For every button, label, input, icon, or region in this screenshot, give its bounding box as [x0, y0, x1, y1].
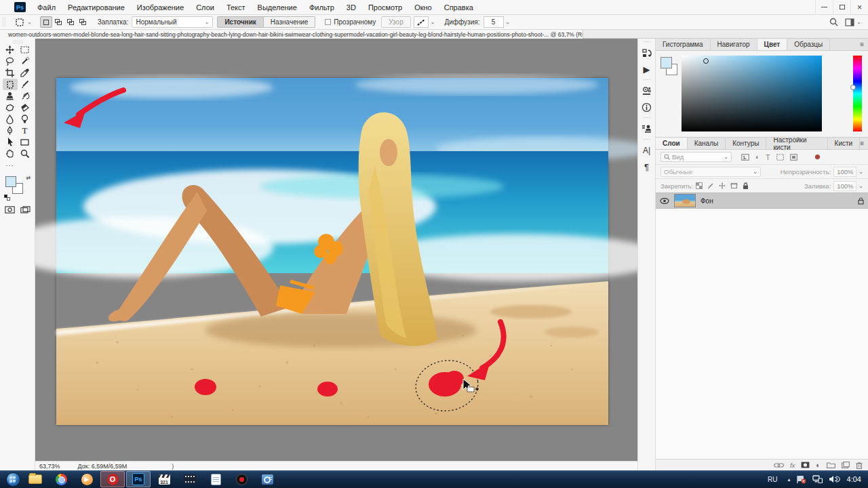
dock-grip[interactable]	[643, 117, 651, 119]
tool-brush[interactable]	[18, 79, 33, 90]
pattern-button[interactable]: Узор	[381, 16, 410, 28]
tray-expand-icon[interactable]: ▴	[788, 476, 791, 483]
start-button[interactable]	[4, 471, 22, 487]
lock-pixels-icon[interactable]	[707, 182, 714, 189]
tab-histogram[interactable]: Гистограмма	[656, 39, 711, 50]
taskbar-chrome-button[interactable]	[49, 471, 73, 487]
taskbar-opera-button[interactable]: O	[100, 471, 125, 487]
taskbar-clock[interactable]: 4:04	[847, 475, 861, 483]
menu-window[interactable]: Окно	[408, 0, 438, 15]
character-panel-icon[interactable]: A|	[639, 142, 655, 159]
menu-layers[interactable]: Слои	[190, 0, 220, 15]
tool-clone-stamp[interactable]	[3, 90, 18, 102]
filter-toggle-icon[interactable]	[815, 155, 820, 159]
swap-colors-icon[interactable]: ⇄	[26, 175, 31, 181]
delete-layer-icon[interactable]	[856, 462, 863, 469]
link-layers-icon[interactable]	[774, 462, 784, 468]
window-minimize-button[interactable]	[815, 0, 833, 15]
tool-move[interactable]	[3, 44, 18, 56]
tool-hand[interactable]	[3, 148, 18, 159]
tab-swatches[interactable]: Образцы	[787, 39, 830, 50]
foreground-color-swatch[interactable]	[5, 176, 16, 187]
paragraph-panel-icon[interactable]: ¶	[639, 159, 655, 175]
tools-grip[interactable]	[13, 40, 22, 43]
zoom-level[interactable]: 63,73%	[39, 463, 60, 470]
menu-3d[interactable]: 3D	[340, 0, 362, 15]
tool-type[interactable]: T	[18, 125, 33, 136]
panel-menu-icon[interactable]: ≡	[860, 41, 864, 48]
taskbar-system-tool-button[interactable]	[255, 471, 279, 487]
layer-thumbnail[interactable]	[674, 194, 696, 207]
filter-adjustment-layers-icon[interactable]: ◐	[755, 153, 760, 161]
info-panel-icon[interactable]	[639, 99, 655, 115]
opacity-value[interactable]: 100%	[833, 167, 856, 177]
tool-history-brush[interactable]	[18, 90, 33, 102]
blend-mode-select[interactable]: Обычные ⌄	[660, 167, 761, 177]
tool-crop[interactable]	[3, 67, 18, 79]
canvas-workspace[interactable]	[35, 39, 637, 461]
tool-path-select[interactable]	[3, 136, 18, 148]
taskbar-media-player-button[interactable]: ▶	[75, 471, 99, 487]
selection-mode-intersect-button[interactable]	[77, 16, 89, 28]
chevron-down-icon[interactable]: ⌄	[506, 19, 511, 25]
patch-source-button[interactable]: Источник	[217, 16, 263, 28]
tool-quick-select[interactable]	[18, 56, 33, 67]
add-mask-icon[interactable]	[801, 462, 810, 468]
layer-filter-select[interactable]: Вид ⌄	[660, 152, 732, 162]
layer-row-background[interactable]: Фон	[656, 192, 868, 209]
window-close-button[interactable]: ×	[850, 0, 868, 15]
tool-dodge[interactable]	[18, 113, 33, 125]
hue-slider[interactable]	[853, 56, 862, 131]
lock-position-icon[interactable]	[719, 182, 726, 189]
color-saturation-field[interactable]	[682, 56, 822, 131]
tool-gradient[interactable]	[18, 102, 33, 113]
screen-mode-button[interactable]	[20, 206, 31, 214]
lock-all-icon[interactable]	[743, 182, 749, 190]
menu-select[interactable]: Выделение	[252, 0, 303, 15]
color-field-marker[interactable]	[703, 58, 709, 64]
foreground-color-mini-swatch[interactable]	[660, 57, 672, 68]
menu-image[interactable]: Изображение	[131, 0, 190, 15]
layer-name[interactable]: Фон	[701, 197, 713, 205]
new-adjustment-layer-icon[interactable]: ◐	[816, 461, 821, 469]
tool-zoom[interactable]	[18, 148, 33, 159]
taskbar-notepad-button[interactable]	[203, 471, 228, 487]
selection-mode-new-button[interactable]	[40, 16, 52, 28]
chevron-down-icon[interactable]: ⌄	[431, 19, 435, 25]
lock-transparency-icon[interactable]	[696, 182, 703, 189]
dock-grip[interactable]	[643, 138, 651, 141]
panel-menu-icon[interactable]: ≡	[860, 140, 864, 147]
photo-canvas[interactable]	[56, 78, 608, 425]
taskbar-klite-button[interactable]: 321	[152, 471, 176, 487]
taskbar-filmstrip-button[interactable]	[178, 471, 202, 487]
tab-layers[interactable]: Слои	[656, 138, 688, 149]
tool-shape[interactable]	[18, 136, 33, 148]
network-icon[interactable]	[812, 475, 823, 483]
quick-mask-button[interactable]	[5, 206, 15, 214]
pattern-swatch[interactable]	[414, 16, 429, 28]
default-colors-icon[interactable]	[4, 195, 10, 201]
patch-mode-select[interactable]: Нормальный ⌄	[132, 16, 213, 28]
layer-visibility-eye-icon[interactable]	[660, 198, 669, 204]
tool-edit-toolbar[interactable]: ···	[3, 159, 18, 171]
tool-preset-picker[interactable]: ⌄	[12, 17, 35, 28]
taskbar-explorer-button[interactable]	[23, 471, 47, 487]
patch-destination-button[interactable]: Назначение	[264, 16, 316, 28]
menu-edit[interactable]: Редактирование	[62, 0, 131, 15]
transparent-checkbox[interactable]	[325, 19, 331, 25]
tab-brushes[interactable]: Кисти	[828, 138, 861, 149]
menu-file[interactable]: Файл	[31, 0, 62, 15]
new-group-icon[interactable]	[827, 462, 835, 468]
filter-smart-objects-icon[interactable]	[790, 154, 797, 161]
search-icon[interactable]	[829, 18, 838, 26]
diffusion-value[interactable]: 5	[484, 16, 504, 28]
dock-grip[interactable]	[643, 41, 651, 43]
tab-channels[interactable]: Каналы	[688, 138, 726, 149]
dock-grip[interactable]	[643, 79, 651, 81]
document-tab[interactable]: women-outdoors-women-model-blonde-sea-lo…	[0, 30, 583, 39]
taskbar-recorder-button[interactable]	[229, 471, 254, 487]
tool-eyedropper[interactable]	[18, 67, 33, 79]
speaker-icon[interactable]	[829, 475, 838, 483]
workspace-switcher[interactable]: ⌄	[845, 18, 861, 26]
document-size[interactable]: Док: 6,59M/6,59M	[78, 463, 127, 470]
